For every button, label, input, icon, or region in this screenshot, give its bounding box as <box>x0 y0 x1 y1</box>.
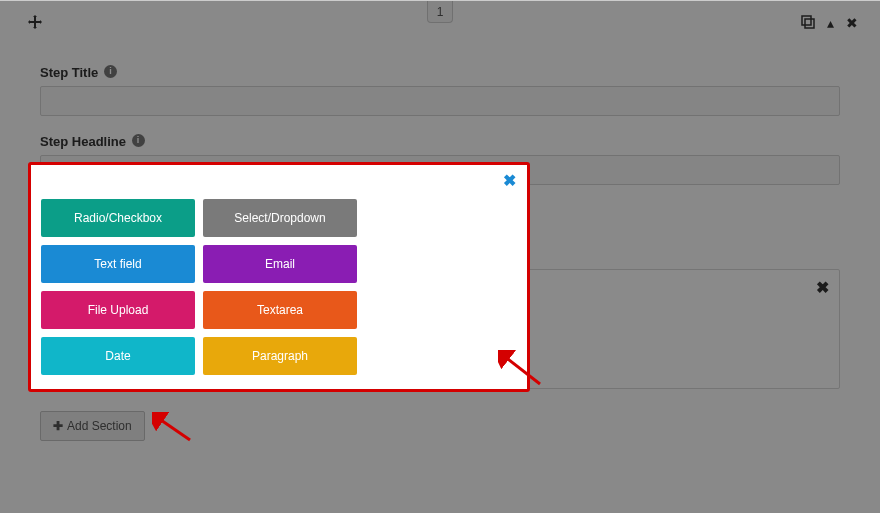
element-option-textarea[interactable]: Textarea <box>203 291 357 329</box>
info-icon[interactable]: i <box>132 134 145 147</box>
collapse-icon[interactable]: ▴ <box>827 15 834 32</box>
svg-rect-1 <box>805 19 814 28</box>
close-icon[interactable]: ✖ <box>846 15 858 32</box>
step-title-input[interactable] <box>40 86 840 116</box>
element-option-text-field[interactable]: Text field <box>41 245 195 283</box>
element-option-date[interactable]: Date <box>41 337 195 375</box>
header-actions: ▴ ✖ <box>801 15 858 32</box>
element-option-email[interactable]: Email <box>203 245 357 283</box>
element-option-radio-checkbox[interactable]: Radio/Checkbox <box>41 199 195 237</box>
info-icon[interactable]: i <box>104 65 117 78</box>
move-handle-icon[interactable] <box>28 15 42 33</box>
step-title-label: Step Title i <box>40 65 840 80</box>
element-option-paragraph[interactable]: Paragraph <box>203 337 357 375</box>
duplicate-icon[interactable] <box>801 15 815 32</box>
step-headline-label: Step Headline i <box>40 134 840 149</box>
element-picker-modal: ✖ Radio/CheckboxSelect/DropdownText fiel… <box>28 162 530 392</box>
add-section-button[interactable]: ✚Add Section <box>40 411 145 441</box>
modal-close-icon[interactable]: ✖ <box>499 171 519 191</box>
step-tab[interactable]: 1 <box>427 1 453 23</box>
plus-icon: ✚ <box>53 419 63 433</box>
modal-body: Radio/CheckboxSelect/DropdownText fieldE… <box>31 165 527 389</box>
section-close-icon[interactable]: ✖ <box>816 278 829 297</box>
svg-rect-0 <box>802 16 811 25</box>
element-option-select-dropdown[interactable]: Select/Dropdown <box>203 199 357 237</box>
element-option-file-upload[interactable]: File Upload <box>41 291 195 329</box>
